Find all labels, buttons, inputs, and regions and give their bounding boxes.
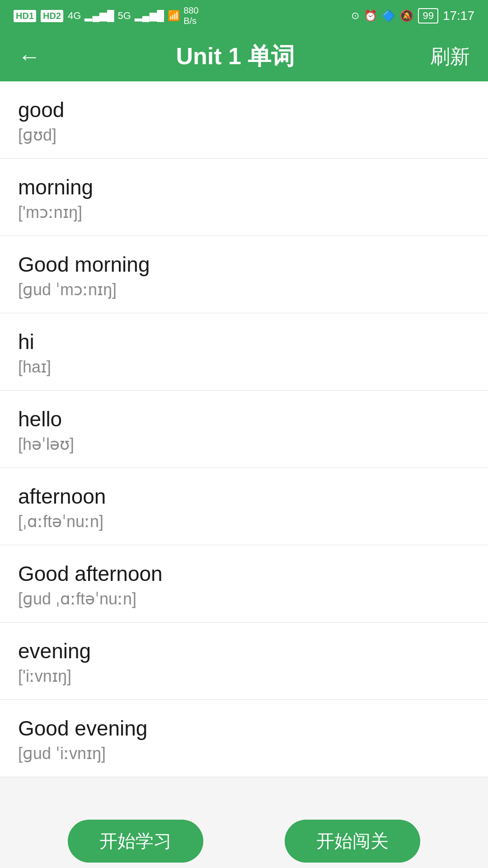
word-phonetic: [ɡʊd] [18,126,470,145]
word-text: hello [18,407,470,431]
hd2-icon: HD2 [41,10,63,22]
word-text: afternoon [18,484,470,509]
list-item[interactable]: hello [həˈləʊ] [0,391,488,468]
signal-bar-1: ▂▄▆█ [84,10,114,22]
word-text: Good afternoon [18,561,470,586]
start-challenge-button[interactable]: 开始闯关 [285,820,420,863]
word-phonetic: [ɡud ˌɑːftəˈnuːn] [18,590,470,609]
word-list: good [ɡʊd] morning ['mɔːnɪŋ] Good mornin… [0,81,488,777]
word-text: hi [18,330,470,354]
word-phonetic: [həˈləʊ] [18,435,470,454]
list-item[interactable]: Good afternoon [ɡud ˌɑːftəˈnuːn] [0,545,488,623]
list-item[interactable]: good [ɡʊd] [0,81,488,159]
list-item[interactable]: afternoon [ˌɑːftəˈnuːn] [0,468,488,545]
hd1-icon: HD1 [14,10,36,22]
list-item[interactable]: Good evening [ɡud ˈiːvnɪŋ] [0,700,488,777]
refresh-button[interactable]: 刷新 [430,43,470,70]
alarm-icon: ⏰ [364,9,377,22]
mute-icon: 🔕 [400,9,413,22]
status-time: 17:17 [443,9,474,23]
word-text: evening [18,639,470,663]
word-text: Good evening [18,716,470,741]
word-phonetic: [ɡud ˈmɔːnɪŋ] [18,280,470,299]
back-button[interactable]: ← [18,45,41,68]
wifi-icon: 📶 [168,10,180,22]
status-right: ⊙ ⏰ 🔷 🔕 99 17:17 [351,8,474,24]
battery-indicator: 99 [418,8,438,24]
word-phonetic: ['mɔːnɪŋ] [18,203,470,222]
word-text: morning [18,175,470,199]
word-phonetic: [ˌɑːftəˈnuːn] [18,512,470,531]
speed-text: 880B/s [183,5,198,26]
word-phonetic: [haɪ] [18,358,470,377]
signal-4g: 4G [68,10,81,22]
signal-5g: 5G [118,10,131,22]
list-item[interactable]: hi [haɪ] [0,313,488,391]
nfc-icon: ⊙ [351,10,359,22]
list-item[interactable]: evening ['iːvnɪŋ] [0,623,488,700]
list-item[interactable]: Good morning [ɡud ˈmɔːnɪŋ] [0,236,488,313]
word-phonetic: ['iːvnɪŋ] [18,667,470,686]
start-study-button[interactable]: 开始学习 [68,820,203,863]
page-title: Unit 1 单词 [176,41,295,72]
word-phonetic: [ɡud ˈiːvnɪŋ] [18,744,470,763]
word-text: good [18,98,470,122]
word-text: Good morning [18,252,470,277]
bluetooth-icon: 🔷 [382,9,395,22]
list-item[interactable]: morning ['mɔːnɪŋ] [0,159,488,236]
signal-bar-2: ▂▄▆█ [135,10,164,22]
status-left: HD1 HD2 4G ▂▄▆█ 5G ▂▄▆█ 📶 880B/s [14,5,199,26]
status-bar: HD1 HD2 4G ▂▄▆█ 5G ▂▄▆█ 📶 880B/s ⊙ ⏰ 🔷 🔕… [0,0,488,32]
bottom-bar: 开始学习 开始闯关 [0,814,488,868]
app-header: ← Unit 1 单词 刷新 [0,32,488,81]
